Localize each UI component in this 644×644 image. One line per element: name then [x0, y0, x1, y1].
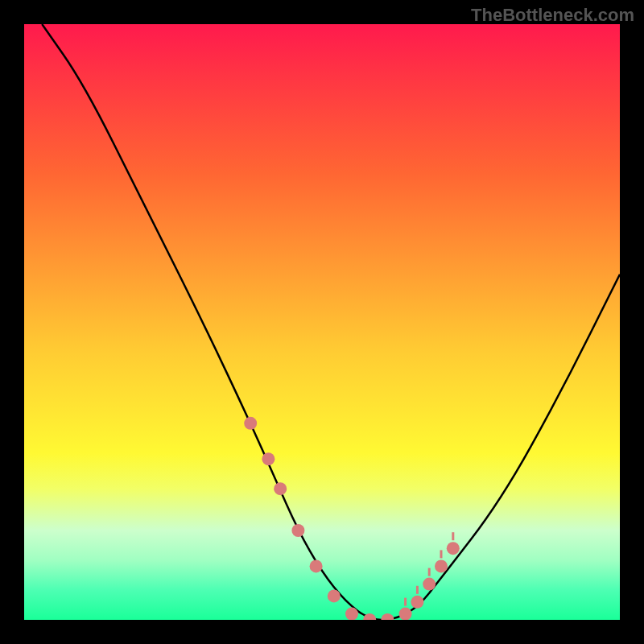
curve-marker-dot — [411, 596, 423, 609]
curve-marker-dot — [423, 578, 436, 591]
curve-marker-dot — [381, 613, 394, 620]
curve-line — [42, 24, 620, 620]
curve-marker-dot — [262, 452, 275, 465]
curve-marker-dot — [328, 589, 341, 602]
curve-marker-dot — [274, 482, 287, 495]
curve-marker-dot — [435, 559, 448, 572]
bottleneck-curve-path — [42, 24, 620, 620]
curve-marker-dot — [363, 613, 376, 620]
curve-marker-dot — [447, 542, 460, 555]
curve-marker-dot — [291, 524, 304, 537]
curve-markers — [244, 417, 460, 620]
watermark-text: TheBottleneck.com — [471, 5, 634, 26]
curve-marker-dot — [310, 559, 323, 572]
chart-plot-area — [24, 24, 620, 620]
curve-marker-dot — [399, 608, 412, 620]
curve-marker-dot — [244, 417, 257, 430]
curve-marker-dot — [345, 608, 358, 620]
bottleneck-curve-svg — [24, 24, 620, 620]
